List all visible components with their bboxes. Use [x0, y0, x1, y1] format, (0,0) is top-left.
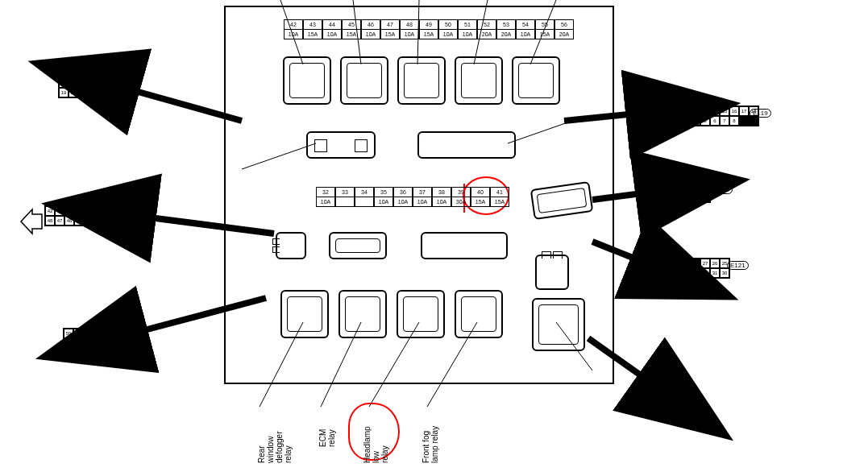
connector-label-E118: E118	[677, 391, 699, 399]
slot-lowmid-4	[535, 255, 569, 290]
connector-E124: 595857626160	[63, 328, 93, 349]
label-headlamp-low: Headlamp low relay	[363, 426, 389, 463]
fuse-49: 4915A	[419, 19, 438, 39]
connector-label-E124: E124	[93, 331, 115, 340]
slot-mid-right	[417, 131, 516, 159]
fuse-34: 34	[355, 187, 374, 207]
relay-rear-defogger	[280, 290, 329, 338]
fuse-53: 5320A	[496, 19, 516, 39]
connector-E121: 292827262536353433323130	[661, 258, 730, 279]
svg-marker-0	[21, 209, 42, 234]
fuse-40: 4015A	[471, 187, 490, 207]
connector-label-E120: E120	[89, 81, 110, 89]
fuse-39: 3930A	[451, 187, 471, 207]
fuse-47: 4715A	[380, 19, 400, 39]
fuse-36: 3610A	[393, 187, 413, 207]
slot-lowmid-3	[421, 232, 508, 259]
fuse-55: 5515A	[535, 19, 554, 39]
fuse-33: 33	[335, 187, 355, 207]
fuse-48: 4810A	[400, 19, 419, 39]
label-rear-defogger: Rear window defogger relay	[257, 432, 293, 463]
fuse-44: 4410A	[322, 19, 342, 39]
relay-headlamp-low	[397, 290, 445, 338]
fuse-37: 3710A	[413, 187, 432, 207]
connector-label-E122: E122	[101, 209, 123, 217]
fuse-38: 3810A	[432, 187, 451, 207]
connector-E123: 5354555649505152	[671, 182, 711, 203]
relay-front-fog	[455, 290, 503, 338]
slot-lowmid-2	[329, 232, 387, 259]
fuse-43: 4315A	[303, 19, 322, 39]
connector-E122: 424140393837484746454443	[44, 205, 104, 226]
connector-label-E121: E121	[727, 261, 749, 270]
fuse-46: 4610A	[361, 19, 380, 39]
connector-E119: 9101112131415161718345678	[661, 106, 759, 126]
relay-right-bottom	[532, 298, 585, 351]
slot-lowmid-1	[276, 232, 306, 259]
connector-label-E119: E119	[750, 109, 771, 118]
fuse-51: 5110A	[458, 19, 477, 39]
connector-E120: 222324192021	[58, 77, 89, 98]
relay-ecm	[338, 290, 387, 338]
connector-label-E123: E123	[711, 185, 733, 194]
connector-E118: 12	[662, 387, 674, 408]
relay-top-3	[397, 56, 446, 105]
relay-top-4	[455, 56, 503, 105]
fuse-32: 3210A	[316, 187, 335, 207]
fuse-50: 5010A	[438, 19, 458, 39]
fuse-56: 5620A	[554, 19, 574, 39]
fuse-54: 5410A	[516, 19, 535, 39]
label-front-fog: Front fog lamp relay	[422, 426, 439, 463]
relay-top-2	[340, 56, 388, 105]
label-ecm: ECM relay	[318, 429, 336, 447]
fuse-42: 4210A	[284, 19, 303, 39]
fuse-41: 4115A	[490, 187, 509, 207]
slot-mid-left	[306, 131, 376, 159]
relay-top-1	[283, 56, 331, 105]
fuse-52: 5220A	[477, 19, 496, 39]
relay-top-5	[512, 56, 560, 105]
fuse-35: 3510A	[374, 187, 393, 207]
fuse-45: 4515A	[342, 19, 361, 39]
